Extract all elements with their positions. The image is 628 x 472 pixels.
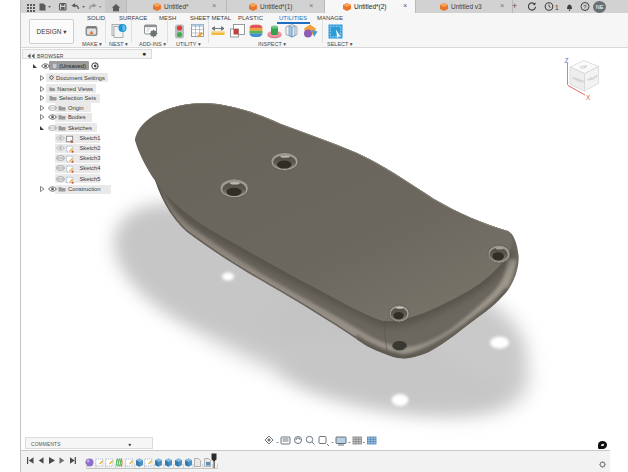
svg-text:X: X (586, 94, 591, 101)
svg-text:Z: Z (565, 57, 569, 64)
svg-text:?: ? (583, 4, 587, 10)
svg-text:1: 1 (555, 4, 559, 11)
